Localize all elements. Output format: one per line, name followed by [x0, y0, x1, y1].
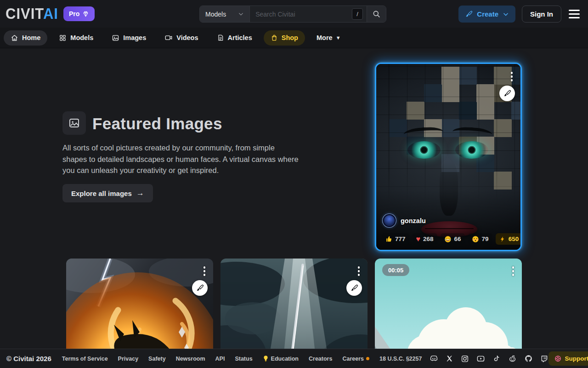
card-menu-button[interactable] [356, 264, 362, 278]
featured-images-iconbox [62, 111, 86, 135]
grid-icon [59, 34, 67, 42]
footer-link-education[interactable]: Education [263, 355, 299, 362]
arrow-right-icon: → [136, 189, 144, 198]
copyright-text: © Civitai 2026 [6, 355, 51, 362]
create-button[interactable]: Create [458, 6, 515, 23]
thumbs-up-icon [385, 236, 392, 242]
lifebuoy-icon [554, 355, 561, 362]
featured-image-card[interactable]: gonzalu 777 ♥ 268 66 79 650 i [375, 63, 522, 251]
explore-all-images-button[interactable]: Explore all images → [62, 184, 153, 202]
flushed-emoji-icon [472, 236, 479, 243]
page-description: All sorts of cool pictures created by ou… [62, 142, 300, 176]
nav-label: Articles [228, 34, 252, 41]
footer-link-terms[interactable]: Terms of Service [62, 356, 108, 362]
bolt-icon [499, 236, 506, 242]
support-button[interactable]: Support [548, 351, 588, 366]
nav-item-articles[interactable]: Articles [210, 30, 259, 46]
reaction-heart[interactable]: ♥ 268 [413, 233, 437, 245]
chevron-down-icon [503, 11, 509, 17]
reaction-count: 777 [395, 236, 406, 242]
user-avatar[interactable] [382, 213, 396, 228]
paintbrush-icon [350, 284, 358, 292]
card-menu-button[interactable] [509, 70, 515, 83]
footer-link-2257[interactable]: 18 U.S.C. §2257 [379, 356, 422, 362]
card-menu-button[interactable] [202, 264, 208, 278]
reaction-thumbs-up[interactable]: 777 [382, 233, 409, 245]
article-icon [217, 34, 224, 41]
caret-down-icon: ▼ [336, 35, 341, 40]
reddit-icon[interactable] [508, 354, 517, 363]
civitai-logo[interactable]: CIVITAI [6, 6, 58, 22]
laugh-emoji-icon [444, 236, 452, 243]
footer-link-safety[interactable]: Safety [148, 356, 166, 362]
search-button[interactable] [367, 6, 386, 22]
chevron-down-icon [238, 11, 244, 17]
sign-in-label: Sign In [530, 10, 553, 18]
civitai-home-page: CIVITAI Pro Models / Create [0, 0, 588, 368]
nav-item-models[interactable]: Models [52, 30, 100, 46]
youtube-icon[interactable] [476, 354, 485, 363]
nav-label: More [317, 34, 333, 41]
nav-label: Videos [176, 34, 198, 41]
footer-link-api[interactable]: API [215, 356, 225, 362]
video-duration-badge: 00:05 [382, 264, 409, 276]
image-icon [112, 34, 119, 42]
support-button-label: Support [565, 355, 588, 362]
nav-item-videos[interactable]: Videos [158, 30, 205, 46]
remix-button[interactable] [499, 86, 515, 101]
search-category-select[interactable]: Models [200, 6, 250, 22]
reaction-count: 268 [423, 236, 434, 242]
search-icon [372, 10, 381, 18]
footer-link-privacy[interactable]: Privacy [118, 356, 138, 362]
card-menu-button[interactable] [510, 264, 516, 278]
nav-item-images[interactable]: Images [105, 30, 153, 46]
social-links [430, 354, 548, 363]
pro-badge[interactable]: Pro [63, 6, 95, 21]
diamond-icon [82, 11, 89, 17]
username[interactable]: gonzalu [401, 217, 426, 224]
reactions-bar: 777 ♥ 268 66 79 650 i [382, 233, 515, 245]
reaction-count: 79 [482, 236, 489, 242]
footer-link-newsroom[interactable]: Newsroom [176, 356, 205, 362]
nav-label: Home [22, 34, 40, 41]
pro-badge-label: Pro [69, 10, 79, 17]
slash-shortcut-key: / [352, 8, 363, 20]
heart-icon: ♥ [416, 236, 421, 243]
nav-item-home[interactable]: Home [4, 30, 47, 46]
create-button-label: Create [477, 10, 498, 18]
nav-item-more[interactable]: More ▼ [310, 30, 348, 46]
footer-link-status[interactable]: Status [235, 356, 252, 362]
tiktok-icon[interactable] [492, 355, 501, 363]
hamburger-menu-icon[interactable] [568, 8, 581, 20]
main-nav: Home Models Images Videos Articles Shop … [0, 28, 588, 48]
reaction-buzz[interactable]: 650 [496, 233, 522, 245]
footer-link-careers[interactable]: Careers [342, 356, 369, 362]
search-input[interactable] [255, 11, 348, 18]
buzz-count: 650 [509, 236, 519, 242]
remix-button[interactable] [192, 280, 208, 296]
instagram-icon[interactable] [461, 355, 469, 363]
search-category-value: Models [205, 11, 226, 18]
twitch-icon[interactable] [540, 355, 548, 363]
global-search: Models / [199, 6, 386, 23]
footer: © Civitai 2026 Terms of Service Privacy … [0, 349, 588, 368]
reaction-laugh[interactable]: 66 [441, 233, 465, 245]
careers-notification-dot [366, 357, 369, 360]
nav-label: Images [123, 34, 146, 41]
paintbrush-icon [503, 89, 511, 98]
github-icon[interactable] [524, 354, 533, 363]
x-twitter-icon[interactable] [446, 355, 453, 362]
nav-label: Models [70, 34, 93, 41]
footer-link-creators[interactable]: Creators [309, 356, 332, 362]
explore-button-label: Explore all images [71, 190, 132, 197]
sign-in-button[interactable]: Sign In [522, 6, 561, 23]
nav-label: Shop [282, 34, 298, 41]
discord-icon[interactable] [430, 354, 438, 363]
reaction-flushed[interactable]: 79 [468, 233, 492, 245]
nav-item-shop[interactable]: Shop [264, 30, 305, 46]
shopping-bag-icon [271, 34, 278, 41]
remix-button[interactable] [346, 280, 362, 296]
paintbrush-icon [465, 10, 473, 18]
image-icon [68, 117, 80, 129]
page-title: Featured Images [92, 115, 222, 133]
